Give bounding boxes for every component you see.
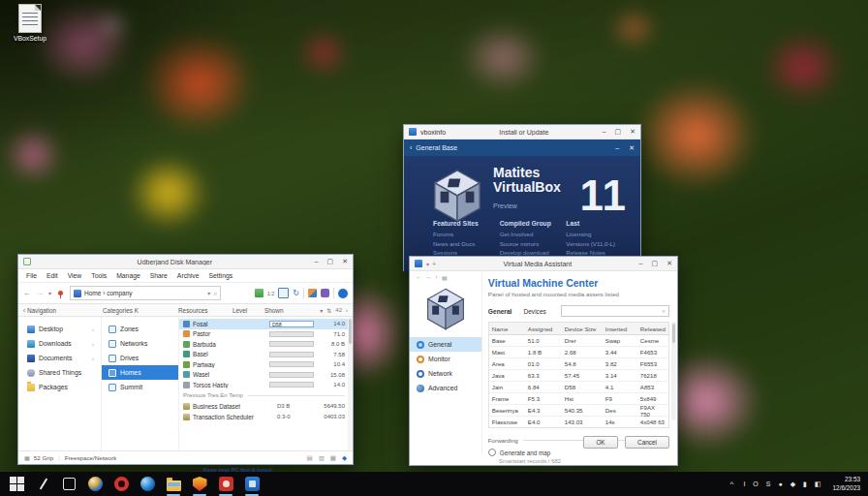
pin-icon[interactable]: ›: [92, 341, 94, 347]
sort-caret-icon[interactable]: ▾: [320, 307, 323, 314]
minimize-icon[interactable]: –: [639, 257, 643, 270]
close-icon[interactable]: ✕: [666, 257, 672, 270]
qat-caret-icon[interactable]: ▾: [426, 261, 429, 267]
strip-minimize-icon[interactable]: –: [615, 144, 619, 151]
security-app-button[interactable]: [191, 476, 208, 493]
address-caret-icon[interactable]: ▾: [207, 290, 210, 296]
history-caret-icon[interactable]: ▾: [48, 290, 51, 297]
about-titlebar[interactable]: vboxinfo Install or Update – ▢ ✕: [404, 125, 640, 140]
explorer-titlebar[interactable]: Udberjand Disk Manager – ▢ ✕: [18, 255, 353, 269]
browser-chrome-button[interactable]: [86, 476, 104, 493]
tray-battery-icon[interactable]: ◧: [815, 480, 822, 489]
sidebar-item-shared[interactable]: Shared Things: [18, 365, 101, 380]
column-resources[interactable]: Resources: [178, 307, 232, 314]
sidebar-item-downloads[interactable]: Downloads ›: [18, 336, 101, 351]
table-row[interactable]: BeserinyaE4.3 540.35Des F9AX 750: [489, 405, 668, 417]
drive-row[interactable]: Basel 7.58: [179, 350, 353, 360]
col-assigned[interactable]: Assigned: [528, 326, 565, 332]
drive-row[interactable]: Barbuda 8.0 B: [179, 339, 353, 350]
maximize-icon[interactable]: ▢: [615, 125, 622, 139]
tray-onedrive-icon[interactable]: O: [753, 480, 758, 489]
middle-item-zones[interactable]: Zones: [102, 322, 178, 336]
tray-security-icon[interactable]: S: [766, 480, 771, 489]
tab-general[interactable]: General: [488, 308, 512, 315]
list-icon[interactable]: ▤: [442, 274, 448, 281]
drive-row[interactable]: Torsos Hasty 14.0: [179, 380, 353, 390]
search-icon[interactable]: ⌕: [213, 290, 217, 297]
table-row[interactable]: FlassroseE4.0 143.0314s 4x048 63: [489, 417, 668, 427]
column-categories[interactable]: Categories K: [103, 307, 178, 314]
link[interactable]: Get Involved: [500, 230, 567, 239]
link[interactable]: Licensing: [566, 230, 633, 239]
expand-icon[interactable]: ›: [346, 307, 348, 313]
table-row[interactable]: Base51.0 DrerSwap Cesme: [489, 335, 668, 347]
share-icon[interactable]: [308, 289, 317, 297]
browser-opera-button[interactable]: [112, 476, 130, 493]
virtualbox-button[interactable]: [243, 476, 261, 493]
table-row[interactable]: Mast1.8 B 2.683.44 F4653: [489, 347, 668, 358]
column-shown[interactable]: Shown: [264, 307, 299, 314]
menu-share[interactable]: Share: [150, 272, 168, 279]
back-icon[interactable]: ‹: [410, 144, 412, 151]
tray-status-icon[interactable]: ●: [778, 480, 782, 489]
device-row[interactable]: Business Dataset D3 B 5649.50: [179, 401, 353, 412]
minimize-icon[interactable]: –: [603, 125, 606, 139]
sort-icon[interactable]: ⇅: [326, 307, 331, 314]
new-item-icon[interactable]: [255, 289, 264, 297]
task-view-button[interactable]: [60, 476, 78, 493]
addons-icon[interactable]: [321, 289, 329, 297]
generate-option[interactable]: Generate and map: [488, 449, 669, 456]
view-detail-icon[interactable]: ▥: [319, 454, 325, 462]
drive-row[interactable]: Pastor 71.0: [179, 329, 353, 340]
sidebar-item-desktop[interactable]: Desktop ›: [18, 322, 101, 336]
scrollbar[interactable]: [671, 322, 676, 420]
col-device-size[interactable]: Device Size: [565, 326, 605, 332]
view-grid-icon[interactable]: ▦: [330, 454, 336, 462]
clipboard-icon[interactable]: [278, 288, 289, 298]
browser-edge-button[interactable]: [139, 476, 156, 493]
back-icon[interactable]: ←: [416, 274, 421, 280]
link[interactable]: Versions (V11.0-L): [566, 239, 633, 249]
taskbar-clock[interactable]: 23:53 12/6/2023: [833, 476, 860, 492]
sidebar-item-general[interactable]: General: [410, 337, 481, 352]
table-row[interactable]: Java63.3 57.453.14 76218: [489, 370, 668, 382]
address-bar[interactable]: Home › company ▾ ⌕: [70, 286, 221, 300]
close-icon[interactable]: ✕: [630, 125, 636, 139]
maximize-icon[interactable]: ▢: [327, 255, 334, 268]
collapse-icon[interactable]: ‹: [23, 307, 25, 314]
manager-titlebar[interactable]: ▾ + Virtual Media Assistant – ▢ ✕: [410, 257, 677, 271]
menu-manage[interactable]: Manage: [116, 272, 140, 279]
tray-overflow-chevron-icon[interactable]: ^: [730, 480, 734, 488]
forward-icon[interactable]: →: [425, 274, 431, 280]
col-released[interactable]: Released: [640, 326, 666, 332]
help-icon[interactable]: [338, 289, 348, 298]
menu-edit[interactable]: Edit: [46, 272, 58, 279]
menu-file[interactable]: File: [26, 272, 37, 279]
tray-network-icon[interactable]: ◆: [790, 480, 795, 489]
usage-edit-box[interactable]: D58: [269, 321, 314, 327]
scrollbar[interactable]: [348, 317, 353, 456]
middle-item-homes-selected[interactable]: Homes: [102, 365, 178, 380]
cancel-button[interactable]: Cancel: [625, 436, 669, 449]
file-explorer-button[interactable]: [165, 476, 182, 493]
pin-icon[interactable]: [58, 291, 63, 295]
cloud-status-icon[interactable]: ◆: [342, 454, 347, 462]
table-row[interactable]: Jain6.84 D584.1 A853: [489, 382, 668, 393]
menu-tools[interactable]: Tools: [91, 272, 107, 279]
refresh-icon[interactable]: ↻: [293, 290, 299, 297]
device-row[interactable]: Transaction Scheduler 0.3-0 0403.03: [179, 412, 353, 422]
ratio-icon[interactable]: 1:2: [267, 291, 275, 296]
drive-row[interactable]: Fosal D58 14.0: [179, 319, 353, 329]
pen-app-button[interactable]: [34, 476, 51, 493]
link[interactable]: News and Docs: [433, 239, 500, 249]
middle-item-networks[interactable]: Networks: [102, 336, 178, 351]
strip-close-icon[interactable]: ✕: [629, 144, 635, 152]
sidebar-item-network[interactable]: Network: [410, 366, 481, 381]
column-level[interactable]: Level: [232, 307, 264, 314]
maximize-icon[interactable]: ▢: [652, 257, 659, 270]
tray-volume-icon[interactable]: ▮: [803, 480, 807, 489]
sidebar-item-documents[interactable]: Documents ›: [18, 351, 101, 365]
view-list-icon[interactable]: ▤: [307, 454, 313, 462]
sidebar-item-monitor[interactable]: Monitor: [410, 352, 481, 366]
sidebar-item-packages[interactable]: Packages: [18, 380, 101, 394]
